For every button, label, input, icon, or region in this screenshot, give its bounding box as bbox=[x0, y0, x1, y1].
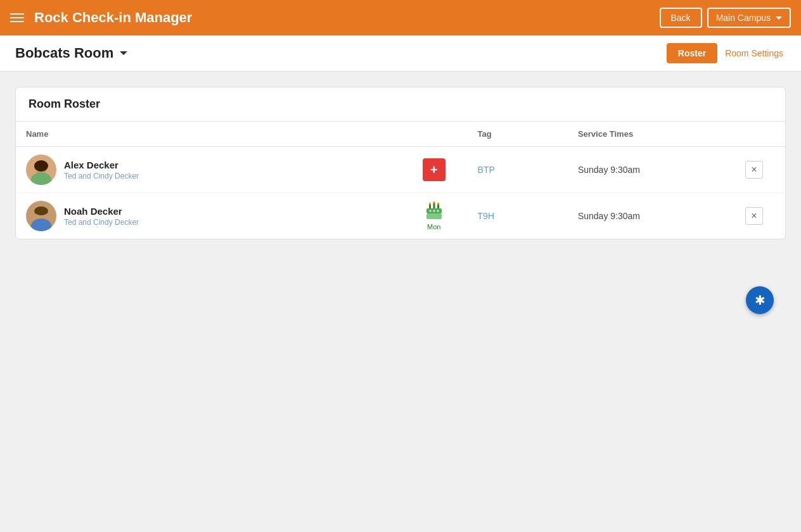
svg-point-21 bbox=[433, 210, 435, 212]
svg-rect-19 bbox=[426, 213, 442, 219]
roster-table-wrapper: ✱ Name Tag Service Times bbox=[16, 122, 785, 239]
room-dropdown-icon bbox=[120, 51, 127, 55]
table-row: Noah Decker Ted and Cindy Decker bbox=[16, 193, 785, 239]
main-content: Room Roster ✱ Name Tag bbox=[0, 72, 801, 255]
header-actions: Back Main Campus bbox=[660, 8, 791, 28]
cell-tag-1: BTP bbox=[468, 147, 568, 193]
col-service-times: Service Times bbox=[568, 122, 735, 147]
birthday-icon: Mon bbox=[424, 201, 444, 231]
asterisk-icon: ✱ bbox=[755, 293, 766, 308]
room-title-dropdown[interactable]: Bobcats Room bbox=[15, 45, 127, 61]
remove-button-2[interactable]: × bbox=[745, 207, 763, 225]
col-name: Name bbox=[16, 122, 401, 147]
col-action bbox=[735, 122, 785, 147]
tag-value-2: T9H bbox=[478, 211, 494, 221]
parent-name-2: Ted and Cindy Decker bbox=[64, 218, 139, 227]
back-button[interactable]: Back bbox=[660, 8, 702, 28]
svg-point-5 bbox=[34, 160, 48, 172]
svg-point-15 bbox=[429, 203, 431, 205]
col-tag: Tag bbox=[468, 122, 568, 147]
sub-header: Bobcats Room Roster Room Settings bbox=[0, 35, 801, 72]
service-time-1: Sunday 9:30am bbox=[578, 165, 640, 175]
room-settings-button[interactable]: Room Settings bbox=[722, 43, 786, 63]
room-title-label: Bobcats Room bbox=[15, 45, 113, 61]
cell-name-1: Alex Decker Ted and Cindy Decker bbox=[16, 147, 401, 193]
person-name-1: Alex Decker bbox=[64, 160, 139, 170]
avatar-noah bbox=[26, 201, 56, 231]
menu-button[interactable] bbox=[10, 13, 24, 22]
add-button[interactable]: ✱ bbox=[746, 286, 774, 314]
parent-name-1: Ted and Cindy Decker bbox=[64, 172, 139, 180]
svg-point-22 bbox=[437, 210, 439, 212]
cell-icon-1: + bbox=[401, 147, 468, 193]
svg-point-20 bbox=[429, 210, 431, 212]
card-title: Room Roster bbox=[29, 98, 100, 110]
fab-container: ✱ bbox=[746, 286, 774, 314]
cell-icon-2: Mon bbox=[401, 193, 468, 239]
close-icon: × bbox=[751, 164, 757, 175]
chevron-down-icon bbox=[776, 16, 782, 20]
roster-table: Name Tag Service Times bbox=[16, 122, 785, 239]
app-title: Rock Check-in Manager bbox=[34, 10, 192, 26]
roster-table-body: Alex Decker Ted and Cindy Decker + BTP bbox=[16, 147, 785, 239]
cell-service-2: Sunday 9:30am bbox=[568, 193, 735, 239]
card-header: Room Roster bbox=[16, 87, 785, 122]
remove-button-1[interactable]: × bbox=[745, 161, 763, 179]
person-name-2: Noah Decker bbox=[64, 206, 139, 217]
roster-tab-button[interactable]: Roster bbox=[667, 43, 717, 63]
cell-name-2: Noah Decker Ted and Cindy Decker bbox=[16, 193, 401, 239]
campus-label: Main Campus bbox=[716, 13, 771, 23]
service-time-2: Sunday 9:30am bbox=[578, 211, 640, 221]
col-icon bbox=[401, 122, 468, 147]
room-roster-card: Room Roster ✱ Name Tag bbox=[15, 87, 786, 239]
svg-point-17 bbox=[437, 203, 439, 205]
table-header: Name Tag Service Times bbox=[16, 122, 785, 147]
cake-svg bbox=[424, 201, 444, 222]
medical-icon: + bbox=[423, 158, 445, 181]
avatar-alex bbox=[26, 155, 56, 185]
cell-action-2: × bbox=[735, 193, 785, 239]
tag-value-1: BTP bbox=[478, 165, 495, 175]
svg-point-11 bbox=[34, 206, 48, 215]
cell-service-1: Sunday 9:30am bbox=[568, 147, 735, 193]
table-row: Alex Decker Ted and Cindy Decker + BTP bbox=[16, 147, 785, 193]
campus-dropdown[interactable]: Main Campus bbox=[707, 8, 791, 28]
app-header: Rock Check-in Manager Back Main Campus bbox=[0, 0, 801, 35]
close-icon: × bbox=[751, 210, 757, 222]
cell-tag-2: T9H bbox=[468, 193, 568, 239]
birthday-day-label: Mon bbox=[427, 223, 440, 231]
cell-action-1: × bbox=[735, 147, 785, 193]
